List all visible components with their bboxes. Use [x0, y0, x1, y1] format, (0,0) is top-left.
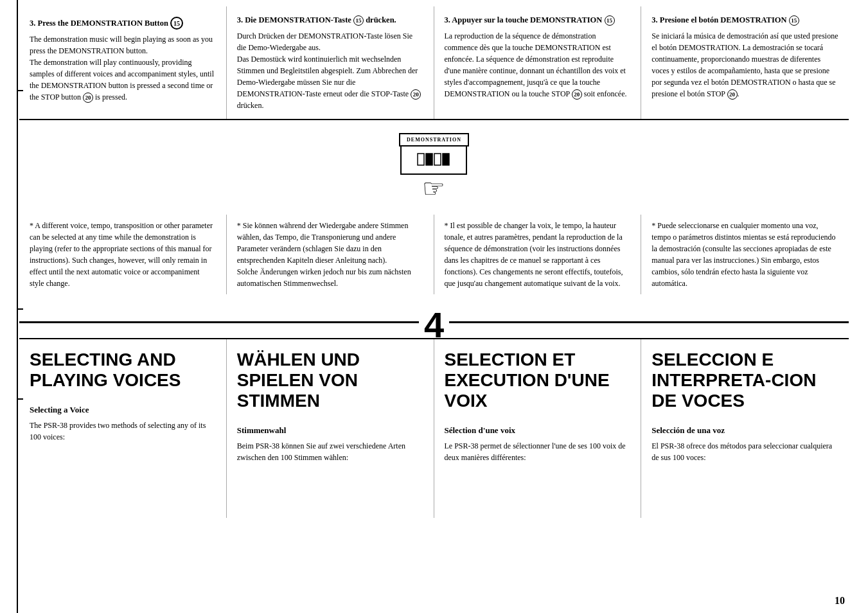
bottom-body-en: The PSR-38 provides two methods of selec… [30, 420, 216, 443]
svg-rect-3 [443, 154, 449, 165]
step-title-en: 3. Press the DEMONSTRATION Button 15 [30, 14, 216, 30]
bottom-body-de: Beim PSR-38 können Sie auf zwei verschie… [237, 440, 423, 463]
svg-rect-1 [426, 154, 432, 165]
divider-line-right [449, 321, 849, 323]
top-col-spanish: 3. Presione el botón DEMOSTRATION 15 Se … [641, 6, 849, 119]
left-tick-1 [18, 90, 23, 91]
bottom-col-de: WÄHLEN UND SPIELEN VON STIMMEN Stimmenwa… [227, 339, 434, 518]
body-de: Durch Drücken der DEMONSTRATION-Taste lö… [237, 30, 423, 111]
step-title-es: 3. Presione el botón DEMOSTRATION 15 [651, 14, 838, 26]
demo-label-box: DEMONSTRATION [399, 133, 469, 147]
top-col-german: 3. Die DEMONSTRATION-Taste 15 drücken. D… [227, 6, 434, 119]
stop-circle-en: 20 [83, 93, 93, 103]
bottom-body-es: El PSR-38 ofrece dos métodos para selecc… [651, 440, 838, 463]
bottom-body-fr: Le PSR-38 permet de sélectionner l'une d… [445, 440, 631, 463]
bottom-subheader-de: Stimmenwahl [237, 424, 423, 437]
note-col-de: * Sie können während der Wiedergabe ande… [227, 215, 434, 294]
bottom-subheader-en: Selecting a Voice [30, 404, 216, 416]
bottom-subheader-es: Selección de una voz [651, 424, 838, 437]
bottom-header-en: SELECTING AND PLAYING VOICES [30, 350, 216, 391]
circle-15-es: 15 [789, 15, 799, 26]
demo-keyboard-svg [414, 150, 453, 170]
demo-hand-area: DEMONSTRATION ☞ [399, 133, 469, 202]
bottom-col-fr: SELECTION ET EXECUTION D'UNE VOIX Sélect… [434, 339, 642, 518]
stop-circle-de: 20 [411, 89, 421, 100]
hand-pointer-icon: ☞ [422, 176, 445, 202]
step-title-de: 3. Die DEMONSTRATION-Taste 15 drücken. [237, 14, 423, 26]
circle-15-de: 15 [353, 15, 364, 26]
circle-15-fr: 15 [605, 15, 615, 26]
note-text-fr: * Il est possible de changer la voix, le… [445, 220, 631, 289]
body-en: The demonstration music will begin playi… [30, 33, 216, 103]
page-number: 10 [835, 595, 845, 607]
body-fr: La reproduction de la séquence de démons… [445, 30, 631, 100]
notes-section: * A different voice, tempo, transpositio… [19, 208, 849, 301]
demo-button-visual [400, 147, 467, 175]
left-tick-3 [18, 398, 23, 400]
note-text-es: * Puede seleccionarse en cualquier momen… [651, 220, 838, 289]
bottom-section: SELECTING AND PLAYING VOICES Selecting a… [19, 338, 849, 518]
note-col-en: * A different voice, tempo, transpositio… [19, 215, 227, 294]
demo-illustration: DEMONSTRATION ☞ [19, 120, 849, 208]
circle-15-en: 15 [170, 17, 183, 30]
bottom-col-es: SELECCION E INTERPRETA-CION DE VOCES Sel… [641, 339, 849, 518]
svg-rect-0 [418, 154, 424, 165]
left-border [0, 0, 18, 613]
top-section: 3. Press the DEMONSTRATION Button 15 The… [19, 6, 849, 120]
step-title-fr: 3. Appuyer sur la touche DEMONSTRATION 1… [445, 14, 631, 26]
demo-label-text: DEMONSTRATION [407, 137, 461, 143]
note-col-es: * Puede seleccionarse en cualquier momen… [641, 215, 849, 294]
svg-rect-2 [434, 154, 441, 165]
bottom-col-en: SELECTING AND PLAYING VOICES Selecting a… [19, 339, 227, 518]
bottom-subheader-fr: Sélection d'une voix [445, 424, 631, 437]
bottom-header-fr: SELECTION ET EXECUTION D'UNE VOIX [445, 350, 631, 412]
body-es: Se iniciará la música de demostración as… [651, 30, 838, 100]
section-divider: 4 [19, 307, 849, 338]
note-text-en: * A different voice, tempo, transpositio… [30, 220, 216, 289]
divider-number: 4 [419, 307, 449, 343]
note-text-de: * Sie können während der Wiedergabe ande… [237, 220, 423, 289]
top-col-french: 3. Appuyer sur la touche DEMONSTRATION 1… [434, 6, 642, 119]
bottom-header-de: WÄHLEN UND SPIELEN VON STIMMEN [237, 350, 423, 412]
bottom-header-es: SELECCION E INTERPRETA-CION DE VOCES [651, 350, 838, 412]
divider-line-left [19, 321, 419, 323]
top-col-english: 3. Press the DEMONSTRATION Button 15 The… [19, 6, 227, 119]
page-container: 3. Press the DEMONSTRATION Button 15 The… [0, 0, 868, 613]
note-col-fr: * Il est possible de changer la voix, le… [434, 215, 642, 294]
stop-circle-fr: 20 [572, 89, 582, 100]
stop-circle-es: 20 [727, 89, 738, 100]
